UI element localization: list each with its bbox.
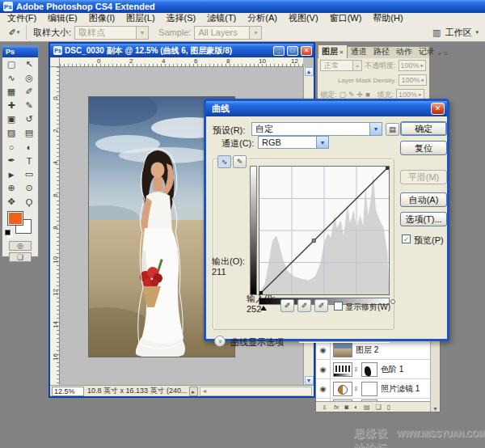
menu-filter[interactable]: 滤镜(T): [201, 12, 242, 24]
eye-icon[interactable]: ◉: [316, 379, 331, 398]
menu-image[interactable]: 图像(I): [83, 12, 120, 24]
toolbox-header[interactable]: Ps: [2, 46, 38, 57]
current-tool-button[interactable]: ✐ ▾: [2, 25, 27, 40]
tool-path-selection[interactable]: ►: [2, 167, 20, 181]
adjustment-thumbnail-levels[interactable]: [333, 362, 352, 377]
menu-select[interactable]: 选择(S): [161, 12, 202, 24]
layer-row[interactable]: ◉ 图层 2: [316, 340, 430, 360]
lock-all-icon[interactable]: ■: [365, 91, 369, 99]
new-layer-icon[interactable]: ❏: [375, 404, 381, 411]
preview-checkbox[interactable]: ✓: [402, 235, 411, 243]
minimize-button[interactable]: _: [273, 46, 285, 56]
curves-dialog-title-bar[interactable]: 曲线 ✕: [206, 101, 447, 116]
menu-layer[interactable]: 图层(L): [120, 12, 160, 24]
highlight-slider-icon[interactable]: [390, 299, 395, 304]
display-options-expander-button[interactable]: »: [214, 336, 226, 347]
panel-menu-icon[interactable]: ≡: [444, 50, 448, 57]
tool-blur[interactable]: ○: [2, 140, 20, 154]
tool-healing-brush[interactable]: ✚: [2, 99, 20, 112]
link-layers-icon[interactable]: ∞: [321, 404, 328, 411]
black-point-eyedropper-button[interactable]: ✐: [280, 299, 294, 312]
auto-button[interactable]: 自动(A): [400, 192, 447, 207]
delete-layer-icon[interactable]: ▯: [387, 404, 390, 411]
foreground-color-swatch[interactable]: [7, 211, 23, 226]
zoom-level-field[interactable]: 12.5%: [52, 387, 84, 396]
tool-zoom[interactable]: Ϙ: [20, 195, 38, 209]
scroll-down-icon[interactable]: ▼: [305, 376, 314, 385]
tool-rectangular-marquee[interactable]: ▢: [2, 57, 20, 71]
close-button[interactable]: ✕: [301, 46, 312, 56]
lock-paint-icon[interactable]: ✎: [348, 91, 355, 99]
tool-history-brush[interactable]: ↺: [20, 112, 38, 126]
layer-mask-thumbnail[interactable]: [361, 382, 377, 396]
tool-brush[interactable]: ✎: [20, 99, 38, 112]
restore-button[interactable]: □: [287, 46, 298, 56]
preset-select[interactable]: 自定 ▾: [251, 122, 382, 136]
reset-button[interactable]: 复位: [400, 141, 447, 155]
workspace-switcher[interactable]: 工作区: [445, 27, 471, 39]
tool-eyedropper[interactable]: ✐: [20, 85, 38, 99]
tool-3d-rotate[interactable]: ⊕: [2, 181, 20, 195]
default-colors-icon[interactable]: [5, 230, 11, 235]
horizontal-scrollbar[interactable]: ◄: [200, 387, 312, 396]
tool-hand[interactable]: ✥: [2, 195, 20, 209]
tool-clone-stamp[interactable]: ▣: [2, 112, 20, 126]
tool-move[interactable]: ↖: [20, 57, 38, 71]
menu-view[interactable]: 视图(V): [283, 12, 324, 24]
screen-mode-button[interactable]: ❏: [9, 252, 32, 262]
add-mask-icon[interactable]: ◙: [344, 404, 348, 411]
document-title-bar[interactable]: Ps DSC_0030 副本 @ 12.5% (曲线 6, 图层蒙版/8) _ …: [50, 44, 314, 57]
layer-name[interactable]: 色阶 1: [381, 364, 403, 375]
tool-gradient[interactable]: ▤: [20, 126, 38, 140]
show-clipping-checkbox[interactable]: [334, 302, 343, 311]
preset-options-button[interactable]: ▤: [386, 123, 399, 136]
tab-close-icon[interactable]: ×: [340, 49, 344, 56]
adjustment-thumbnail-photo-filter[interactable]: [333, 382, 352, 396]
lock-position-icon[interactable]: ✛: [357, 91, 364, 99]
collapse-panel-icon[interactable]: «: [438, 50, 441, 57]
tool-3d-orbit[interactable]: ⊙: [20, 181, 38, 195]
layer-group-icon[interactable]: ▤: [364, 404, 370, 411]
adjustment-layer-icon[interactable]: ◐: [354, 404, 358, 411]
tool-type[interactable]: T: [20, 154, 38, 167]
menu-analysis[interactable]: 分析(A): [242, 12, 283, 24]
white-point-eyedropper-button[interactable]: ✐: [314, 299, 328, 312]
scroll-down-icon[interactable]: ▼: [432, 406, 438, 412]
eye-icon[interactable]: ◉: [316, 360, 331, 378]
layer-style-icon[interactable]: fx: [334, 404, 339, 411]
dialog-close-button[interactable]: ✕: [431, 103, 445, 115]
tab-layers[interactable]: 图层×: [318, 44, 348, 58]
tab-channels[interactable]: 通道: [348, 45, 370, 58]
tool-pen[interactable]: ✒: [2, 154, 20, 167]
channel-select[interactable]: RGB ▾: [258, 136, 329, 149]
quick-mask-button[interactable]: ◎: [9, 241, 32, 251]
layer-name[interactable]: 图层 2: [356, 344, 378, 356]
tool-crop[interactable]: ▦: [2, 85, 20, 99]
tool-dodge[interactable]: ◐: [20, 140, 38, 154]
status-menu-arrow-icon[interactable]: ▸: [189, 387, 198, 396]
layer-mask-thumbnail[interactable]: [361, 362, 377, 377]
tool-eraser[interactable]: ▨: [2, 126, 20, 140]
scroll-up-icon[interactable]: ▲: [305, 67, 314, 76]
tab-history[interactable]: 记录: [415, 45, 438, 58]
tab-actions[interactable]: 动作: [393, 45, 415, 58]
menu-help[interactable]: 帮助(H): [367, 12, 408, 24]
tab-paths[interactable]: 路径: [370, 45, 393, 58]
layer-thumbnail[interactable]: [333, 343, 352, 357]
draw-curve-tool-button[interactable]: ✎: [233, 155, 247, 168]
lock-transparency-icon[interactable]: ▢: [340, 91, 347, 99]
layer-row[interactable]: ◉ ∞ 照片滤镜 1: [316, 379, 430, 399]
options-button[interactable]: 选项(T)...: [400, 212, 447, 226]
curve-grid[interactable]: [259, 166, 390, 295]
menu-window[interactable]: 窗口(W): [324, 12, 368, 24]
tool-quick-selection[interactable]: ◎: [20, 71, 38, 85]
scroll-left-icon[interactable]: ◄: [202, 388, 208, 394]
app-title-bar[interactable]: Ps Adobe Photoshop CS4 Extended: [0, 0, 485, 13]
tool-shape[interactable]: ▭: [20, 167, 38, 181]
gray-point-eyedropper-button[interactable]: ✐: [297, 299, 311, 312]
ok-button[interactable]: 确定: [400, 121, 447, 136]
layer-name[interactable]: 照片滤镜 1: [381, 383, 420, 395]
layers-panel-scrollbar[interactable]: ▼: [430, 340, 440, 412]
edit-points-tool-button[interactable]: ∿: [217, 155, 231, 168]
layer-row[interactable]: ◉ ∞ 色阶 1: [316, 360, 430, 379]
